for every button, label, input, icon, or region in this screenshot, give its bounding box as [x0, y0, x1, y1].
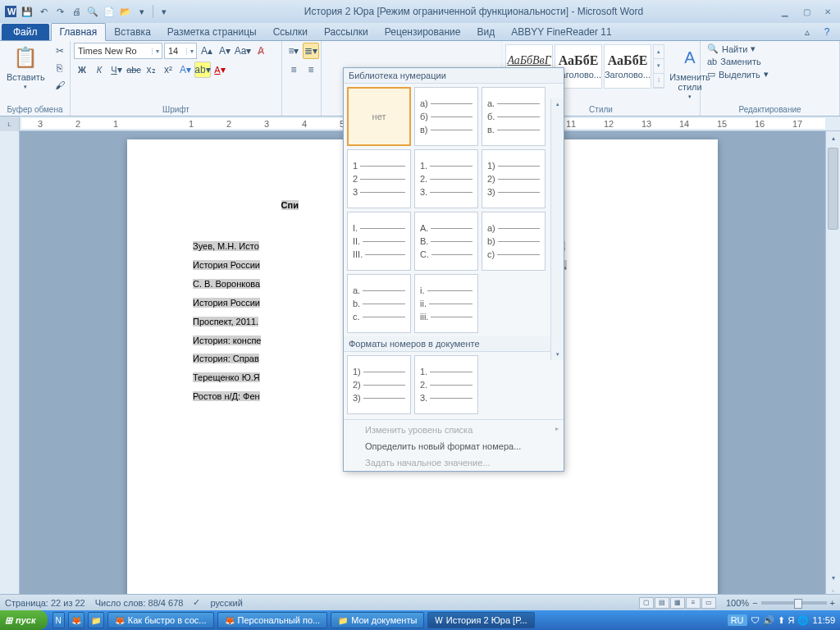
- qat-custom-icon[interactable]: ▾: [157, 4, 171, 19]
- numbering-option[interactable]: I.II.III.: [347, 212, 411, 271]
- quick-launch[interactable]: N: [52, 612, 65, 628]
- superscript-icon[interactable]: x²: [160, 62, 176, 78]
- quick-launch[interactable]: 🦊: [68, 612, 84, 628]
- quick-launch[interactable]: 📁: [88, 612, 104, 628]
- grow-font-icon[interactable]: A▴: [199, 43, 215, 59]
- numbering-option[interactable]: 123: [347, 149, 411, 208]
- numbering-option[interactable]: а.б.в.: [482, 87, 546, 146]
- italic-icon[interactable]: К: [91, 62, 107, 78]
- taskbar-item[interactable]: 📁 Мои документы: [331, 612, 424, 628]
- tab-layout[interactable]: Разметка страницы: [159, 24, 265, 40]
- draft-view-icon[interactable]: ▭: [701, 597, 716, 609]
- tab-review[interactable]: Рецензирование: [377, 24, 469, 40]
- numbering-option[interactable]: 1)2)3): [482, 149, 546, 208]
- maximize-button[interactable]: ▢: [797, 5, 815, 18]
- paste-button[interactable]: 📋 Вставить ▾: [3, 43, 48, 92]
- clear-format-icon[interactable]: A̷: [253, 43, 269, 59]
- underline-icon[interactable]: Ч▾: [108, 62, 125, 78]
- vertical-ruler[interactable]: [0, 131, 20, 610]
- zoom-slider[interactable]: [761, 601, 827, 605]
- zoom-control[interactable]: 100% − +: [726, 598, 835, 608]
- bullets-icon[interactable]: ≡▾: [285, 43, 302, 59]
- strike-icon[interactable]: abc: [126, 62, 142, 78]
- word-icon[interactable]: W: [3, 4, 18, 19]
- tray-icon[interactable]: 🔊: [763, 615, 774, 626]
- numbering-option[interactable]: 1.2.3.: [414, 149, 478, 208]
- web-layout-view-icon[interactable]: ▦: [670, 597, 685, 609]
- align-left-icon[interactable]: ≡: [285, 62, 302, 78]
- text-effects-icon[interactable]: A▾: [177, 62, 194, 78]
- tab-view[interactable]: Вид: [468, 24, 503, 40]
- scrollbar-thumb[interactable]: [828, 148, 838, 230]
- numbering-option[interactable]: a.b.c.: [347, 274, 411, 333]
- tab-abbyy[interactable]: ABBYY FineReader 11: [503, 24, 620, 40]
- tray-icon[interactable]: Я: [788, 615, 795, 625]
- numbering-option[interactable]: a)b)c): [482, 212, 546, 271]
- word-count[interactable]: Число слов: 88/4 678: [95, 598, 184, 608]
- bold-icon[interactable]: Ж: [74, 62, 90, 78]
- subscript-icon[interactable]: x₂: [143, 62, 159, 78]
- numbering-option[interactable]: A.B.C.: [414, 212, 478, 271]
- zoom-out-icon[interactable]: −: [752, 598, 757, 608]
- highlight-icon[interactable]: ab▾: [194, 62, 211, 78]
- scroll-down-icon[interactable]: ▾: [826, 571, 840, 584]
- numbering-option[interactable]: 1.2.3.: [414, 355, 478, 414]
- styles-scroll[interactable]: ▴▾⁞: [653, 44, 664, 89]
- taskbar-item-active[interactable]: W История 2 Юра [Р...: [427, 612, 534, 628]
- numbering-icon[interactable]: ≣▾: [303, 43, 319, 59]
- page-status[interactable]: Страница: 22 из 22: [5, 598, 85, 608]
- help-icon[interactable]: ?: [819, 24, 835, 40]
- define-number-format-menu[interactable]: Определить новый формат номера...: [344, 438, 564, 454]
- tab-mailings[interactable]: Рассылки: [316, 24, 377, 40]
- redo-icon[interactable]: ↷: [52, 4, 67, 19]
- file-tab[interactable]: Файл: [2, 24, 49, 40]
- tray-icon[interactable]: 🛡: [751, 615, 760, 625]
- clock[interactable]: 11:59: [812, 615, 835, 625]
- scroll-up-icon[interactable]: ▴: [826, 131, 840, 144]
- undo-icon[interactable]: ↶: [36, 4, 51, 19]
- shrink-font-icon[interactable]: A▾: [217, 43, 233, 59]
- font-size-combo[interactable]: 14▾: [164, 43, 197, 59]
- preview-icon[interactable]: 🔍: [85, 4, 100, 19]
- close-button[interactable]: ✕: [819, 5, 837, 18]
- numbering-option[interactable]: а)б)в): [414, 87, 478, 146]
- new-icon[interactable]: 📄: [102, 4, 116, 19]
- select-button[interactable]: ▭Выделить ▾: [704, 68, 772, 80]
- start-button[interactable]: ⊞пуск: [0, 610, 48, 630]
- outline-view-icon[interactable]: ≡: [686, 597, 701, 609]
- spell-check-icon[interactable]: ✓: [193, 597, 200, 608]
- change-case-icon[interactable]: Aa▾: [235, 43, 251, 59]
- minimize-button[interactable]: ▁: [776, 5, 794, 18]
- replace-button[interactable]: abЗаменить: [704, 56, 772, 67]
- open-icon[interactable]: 📂: [118, 4, 133, 19]
- numbering-option[interactable]: 1)2)3): [347, 355, 411, 414]
- full-screen-view-icon[interactable]: ▤: [655, 597, 669, 609]
- zoom-value[interactable]: 100%: [726, 598, 749, 608]
- language-indicator[interactable]: RU: [728, 614, 747, 626]
- align-center-icon[interactable]: ≡: [303, 62, 319, 78]
- find-button[interactable]: 🔍Найти ▾: [704, 43, 772, 55]
- taskbar-item[interactable]: 🦊 Персональный по...: [217, 612, 328, 628]
- tray-icon[interactable]: 🌐: [797, 615, 809, 626]
- cut-icon[interactable]: ✂: [52, 43, 68, 59]
- print-icon[interactable]: 🖨: [69, 4, 84, 19]
- print-layout-view-icon[interactable]: ▢: [639, 597, 654, 609]
- font-color-icon[interactable]: A▾: [212, 62, 228, 78]
- numbering-option[interactable]: i.ii.iii.: [414, 274, 478, 333]
- zoom-in-icon[interactable]: +: [830, 598, 835, 608]
- dropdown-scrollbar[interactable]: ▴ ▾: [550, 98, 564, 360]
- tab-references[interactable]: Ссылки: [265, 24, 316, 40]
- ruler-corner[interactable]: L: [0, 116, 20, 131]
- tab-home[interactable]: Главная: [51, 23, 107, 41]
- vertical-scrollbar[interactable]: ▴ ▾ ◦ ▾: [825, 131, 840, 610]
- qat-more-icon[interactable]: ▾: [135, 4, 149, 19]
- tab-insert[interactable]: Вставка: [106, 24, 159, 40]
- font-name-combo[interactable]: Times New Ro▾: [74, 43, 162, 59]
- tray-icon[interactable]: ⬆: [778, 615, 785, 626]
- taskbar-item[interactable]: 🦊 Как быстро в сос...: [107, 612, 214, 628]
- ribbon-minimize-icon[interactable]: ▵: [799, 24, 815, 40]
- numbering-option[interactable]: нет: [347, 87, 411, 146]
- copy-icon[interactable]: ⎘: [52, 60, 68, 76]
- save-icon[interactable]: 💾: [20, 4, 34, 19]
- language-status[interactable]: русский: [210, 598, 242, 608]
